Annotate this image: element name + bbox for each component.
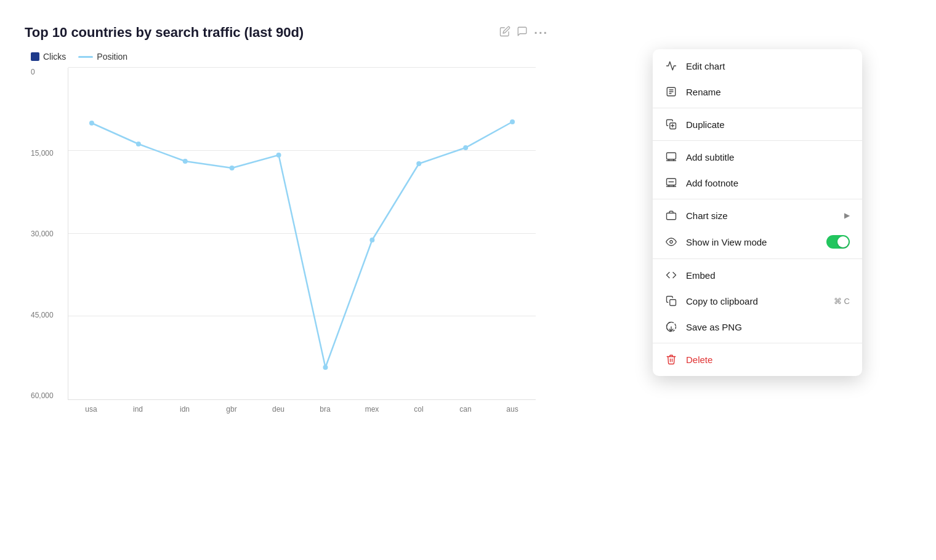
download-icon: [665, 321, 677, 333]
x-label-can: can: [442, 405, 489, 414]
menu-divider-5: [653, 343, 862, 343]
copy-shortcut: ⌘ C: [834, 297, 850, 306]
line-dot-can: [463, 145, 468, 150]
menu-item-delete[interactable]: Delete: [653, 346, 862, 372]
y-axis: 60,000 45,000 30,000 15,000 0: [31, 68, 65, 400]
footnote-icon: [665, 177, 677, 189]
menu-item-add-footnote[interactable]: Add footnote: [653, 170, 862, 196]
comment-icon[interactable]: [517, 26, 528, 40]
legend-position-line: [78, 56, 93, 58]
chart-size-arrow: ▶: [844, 211, 850, 220]
menu-divider-3: [653, 199, 862, 199]
line-dot-mex: [369, 238, 374, 242]
line-dot-deu: [276, 153, 281, 158]
menu-item-duplicate[interactable]: Duplicate: [653, 111, 862, 137]
menu-divider-1: [653, 108, 862, 108]
x-label-mex: mex: [349, 405, 395, 414]
chart-legend: Clicks Position: [31, 52, 548, 62]
menu-label-copy-clipboard: Copy to clipboard: [686, 296, 825, 306]
x-label-ind: ind: [115, 405, 161, 414]
y-label-0: 0: [31, 68, 65, 76]
menu-label-save-png: Save as PNG: [686, 322, 850, 332]
menu-divider-4: [653, 258, 862, 259]
svg-rect-18: [670, 300, 676, 306]
line-dot-aus: [510, 119, 515, 124]
context-menu: Edit chart Rename Duplicate Add subtitle…: [653, 49, 862, 376]
menu-label-add-subtitle: Add subtitle: [686, 152, 850, 162]
x-label-bra: bra: [302, 405, 349, 414]
chart-icon: [665, 60, 677, 72]
legend-clicks: Clicks: [31, 52, 66, 62]
chart-title-text: Top 10 countries by search traffic (last…: [25, 25, 304, 41]
line-dot-idn: [183, 159, 188, 164]
svg-point-17: [670, 241, 673, 244]
chart-title-icons: ···: [499, 26, 548, 40]
legend-position-label: Position: [97, 52, 127, 62]
line-dot-ind: [136, 142, 141, 146]
more-icon[interactable]: ···: [534, 26, 548, 40]
menu-label-edit-chart: Edit chart: [686, 61, 850, 71]
svg-rect-16: [667, 213, 676, 220]
legend-position: Position: [78, 52, 127, 62]
svg-rect-7: [667, 153, 676, 159]
menu-item-copy-clipboard[interactable]: Copy to clipboard ⌘ C: [653, 288, 862, 314]
chart-area: Top 10 countries by search traffic (last…: [18, 12, 554, 449]
subtitle-icon: [665, 151, 677, 163]
menu-item-chart-size[interactable]: Chart size ▶: [653, 202, 862, 228]
line-chart-svg: [68, 68, 536, 400]
line-dot-bra: [323, 365, 328, 370]
x-axis: usa ind idn gbr deu bra mex col can aus: [68, 405, 536, 414]
x-label-deu: deu: [255, 405, 302, 414]
menu-item-rename[interactable]: Rename: [653, 79, 862, 105]
legend-clicks-dot: [31, 52, 39, 61]
y-label-30k: 30,000: [31, 230, 65, 238]
line-dot-col: [416, 161, 421, 166]
trash-icon: [665, 353, 677, 366]
edit-icon[interactable]: [499, 26, 510, 40]
chart-wrapper: 60,000 45,000 30,000 15,000 0: [31, 68, 536, 437]
menu-label-show-view-mode: Show in View mode: [686, 237, 818, 247]
x-label-col: col: [395, 405, 442, 414]
x-label-idn: idn: [161, 405, 208, 414]
menu-item-embed[interactable]: Embed: [653, 262, 862, 288]
embed-icon: [665, 269, 677, 281]
menu-item-show-view-mode[interactable]: Show in View mode: [653, 228, 862, 255]
eye-icon: [665, 236, 677, 248]
chart-size-icon: [665, 209, 677, 222]
menu-label-chart-size: Chart size: [686, 210, 836, 221]
menu-label-embed: Embed: [686, 270, 850, 281]
menu-item-add-subtitle[interactable]: Add subtitle: [653, 144, 862, 170]
menu-label-add-footnote: Add footnote: [686, 178, 850, 188]
menu-label-rename: Rename: [686, 87, 850, 97]
y-label-60k: 60,000: [31, 391, 65, 400]
show-view-mode-toggle[interactable]: [826, 235, 850, 249]
y-label-45k: 45,000: [31, 311, 65, 319]
chart-inner: [68, 68, 536, 400]
x-label-usa: usa: [68, 405, 115, 414]
duplicate-icon: [665, 118, 677, 130]
menu-label-duplicate: Duplicate: [686, 119, 850, 130]
line-dot-gbr: [230, 166, 235, 170]
rename-icon: [665, 86, 677, 98]
copy-icon: [665, 295, 677, 307]
legend-clicks-label: Clicks: [43, 52, 66, 62]
y-label-15k: 15,000: [31, 149, 65, 158]
menu-divider-2: [653, 140, 862, 141]
menu-item-edit-chart[interactable]: Edit chart: [653, 53, 862, 79]
menu-item-save-png[interactable]: Save as PNG: [653, 314, 862, 340]
chart-title-bar: Top 10 countries by search traffic (last…: [25, 25, 548, 41]
x-label-aus: aus: [489, 405, 536, 414]
line-dot-usa: [89, 121, 94, 126]
menu-label-delete: Delete: [686, 354, 850, 365]
x-label-gbr: gbr: [208, 405, 255, 414]
